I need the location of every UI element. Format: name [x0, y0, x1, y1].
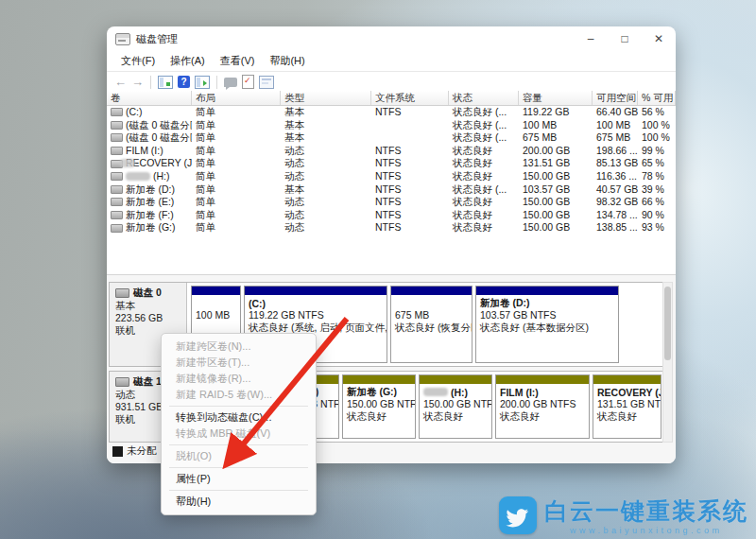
volume-type: 动态 — [281, 170, 371, 183]
partition-name-text: FILM (I:) — [500, 387, 539, 398]
volume-file-system: NTFS — [371, 221, 449, 235]
volume-row[interactable]: (C:)简单基本NTFS状态良好 (...119.22 GB66.40 GB56… — [107, 106, 676, 119]
partition-name: RECOVERY (J:) — [597, 386, 657, 398]
partition-box[interactable]: (H:)150.00 GB NTFS状态良好 — [419, 374, 492, 439]
partition-name-text: (C:) — [249, 298, 266, 309]
volume-icon — [111, 211, 123, 219]
minimize-button[interactable]: – — [574, 26, 608, 51]
console-tree-icon[interactable] — [158, 76, 173, 89]
volume-icon — [111, 133, 123, 142]
volume-status: 状态良好 — [449, 170, 519, 183]
title-bar[interactable]: 磁盘管理 – □ ✕ — [107, 26, 676, 51]
column-header-7[interactable]: % 可用 — [638, 91, 676, 105]
column-header-4[interactable]: 状态 — [449, 91, 519, 105]
partition-size: 131.51 GB NTFS — [597, 398, 657, 410]
volume-row[interactable]: 新加卷 (D:)简单基本NTFS状态良好 (...103.57 GB40.57 … — [107, 183, 676, 197]
volume-capacity: 150.00 GB — [519, 170, 593, 183]
partition-box[interactable]: 新加卷 (G:)150.00 GB NTFS状态良好 — [342, 374, 416, 439]
vertical-scrollbar[interactable] — [662, 282, 673, 443]
volume-free-space: 675 MB — [593, 131, 638, 145]
volume-status: 状态良好 — [449, 145, 519, 158]
context-menu-item[interactable]: 帮助(H) — [162, 494, 316, 510]
volume-file-system: NTFS — [371, 196, 449, 209]
partition-size: 200.00 GB NTFS — [500, 398, 585, 410]
volume-list: 卷布局类型文件系统状态容量可用空间% 可用 (C:)简单基本NTFS状态良好 (… — [107, 91, 676, 275]
volume-percent-free: 93 % — [638, 221, 676, 235]
partition-box[interactable]: RECOVERY (J:)131.51 GB NTFS状态良好 — [593, 374, 662, 439]
volume-name-cell: RECOVERY (J:) — [107, 157, 192, 170]
partition-header-strip — [343, 375, 415, 384]
volume-percent-free: 100 % — [638, 119, 676, 132]
menubar-item-2[interactable]: 查看(V) — [214, 52, 262, 70]
partition-status: 状态良好 — [597, 410, 657, 423]
partition-size: 100 MB — [196, 309, 236, 322]
partition-box[interactable]: 675 MB状态良好 (恢复分区) — [390, 286, 472, 363]
volume-icon — [111, 172, 123, 181]
menubar-item-0[interactable]: 文件(F) — [114, 52, 162, 70]
check-document-icon[interactable] — [242, 75, 254, 89]
volume-icon — [111, 198, 123, 206]
volume-row[interactable]: (磁盘 0 磁盘分区 1)简单基本状态良好 (...100 MB100 MB10… — [107, 119, 676, 132]
forward-icon[interactable]: → — [131, 76, 144, 88]
volume-name-cell: (H:) — [107, 170, 192, 183]
volume-free-space: 85.13 GB — [593, 157, 638, 170]
disk-name: 磁盘 1 — [133, 375, 162, 389]
toolbar-separator — [216, 76, 217, 89]
volume-name: 新加卷 (E:) — [126, 196, 174, 209]
properties-icon[interactable] — [259, 76, 274, 89]
column-header-2[interactable]: 类型 — [281, 91, 371, 105]
volume-name-cell: 新加卷 (D:) — [107, 183, 192, 197]
volume-name: RECOVERY (J:) — [126, 157, 192, 170]
column-header-0[interactable]: 卷 — [107, 91, 192, 105]
volume-row[interactable]: (H:)简单动态NTFS状态良好150.00 GB116.36 ...78 % — [107, 170, 676, 183]
volume-free-space: 98.32 GB — [593, 196, 638, 209]
partition-name: 新加卷 (G:) — [347, 386, 411, 398]
volume-rows: (C:)简单基本NTFS状态良好 (...119.22 GB66.40 GB56… — [107, 106, 676, 235]
column-header-1[interactable]: 布局 — [192, 91, 281, 105]
legend-label: 未分配 — [127, 444, 157, 458]
back-icon[interactable]: ← — [114, 76, 127, 88]
partition-name: (H:) — [423, 386, 488, 398]
volume-row[interactable]: FILM (I:)简单动态NTFS状态良好200.00 GB198.66 ...… — [107, 145, 676, 158]
context-menu-item[interactable]: 属性(P) — [162, 471, 316, 487]
column-header-3[interactable]: 文件系统 — [371, 91, 449, 105]
menubar-item-1[interactable]: 操作(A) — [163, 52, 212, 70]
volume-row[interactable]: (磁盘 0 磁盘分区 4)简单基本状态良好 (...675 MB675 MB10… — [107, 131, 676, 145]
volume-layout: 简单 — [192, 119, 281, 132]
menubar-item-3[interactable]: 帮助(H) — [263, 52, 311, 70]
volume-layout: 简单 — [192, 170, 281, 183]
volume-row[interactable]: 新加卷 (F:)简单动态NTFS状态良好150.00 GB134.78 ...9… — [107, 209, 676, 222]
volume-name-cell: 新加卷 (F:) — [107, 209, 192, 222]
volume-row[interactable]: 新加卷 (E:)简单动态NTFS状态良好150.00 GB98.32 GB66 … — [107, 196, 676, 209]
volume-layout: 简单 — [192, 209, 281, 222]
show-detail-pane-icon[interactable] — [195, 76, 210, 89]
volume-free-space: 116.36 ... — [593, 170, 638, 183]
volume-row[interactable]: RECOVERY (J:)简单动态NTFS状态良好131.51 GB85.13 … — [107, 157, 676, 170]
watermark-url: www.baiyunxitong.com — [570, 526, 723, 535]
close-button[interactable]: ✕ — [642, 26, 676, 51]
context-menu-item: 新建镜像卷(R)... — [162, 371, 316, 387]
censored-blur — [423, 388, 448, 396]
volume-name-cell: FILM (I:) — [107, 145, 192, 158]
scrollbar-thumb[interactable] — [664, 287, 671, 360]
context-menu-separator — [169, 490, 308, 491]
partition-box[interactable]: FILM (I:)200.00 GB NTFS状态良好 — [495, 374, 590, 439]
volume-type: 基本 — [281, 131, 371, 145]
partition-body: 新加卷 (G:)150.00 GB NTFS状态良好 — [343, 384, 415, 423]
column-header-5[interactable]: 容量 — [519, 91, 593, 105]
maximize-button[interactable]: □ — [608, 26, 642, 51]
column-header-6[interactable]: 可用空间 — [593, 91, 638, 105]
context-menu-item[interactable]: 转换到动态磁盘(C)... — [162, 409, 316, 426]
volume-capacity: 103.57 GB — [519, 183, 593, 197]
help-icon[interactable]: ? — [178, 76, 190, 88]
disk-management-icon — [115, 33, 130, 45]
watermark[interactable]: 白云一键重装系统 www.baiyunxitong.com — [499, 496, 748, 535]
context-menu-separator — [169, 444, 308, 445]
volume-row[interactable]: 新加卷 (G:)简单动态NTFS状态良好150.00 GB138.85 ...9… — [107, 221, 676, 235]
partition-size: 675 MB — [395, 309, 468, 322]
partition-box[interactable]: 新加卷 (D:)103.57 GB NTFS状态良好 (基本数据分区) — [475, 286, 619, 363]
volume-list-header[interactable]: 卷布局类型文件系统状态容量可用空间% 可用 — [107, 91, 676, 106]
action-pointer-icon[interactable] — [224, 78, 237, 87]
toolbar-separator — [150, 76, 151, 89]
partition-status: 状态良好 — [347, 410, 411, 423]
